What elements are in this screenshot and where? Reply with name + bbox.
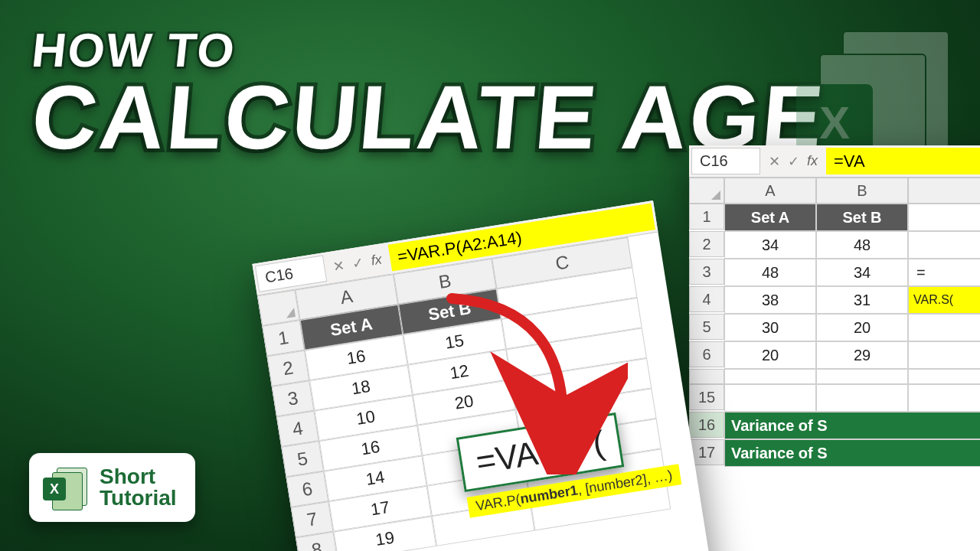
col-header-b[interactable]: B: [816, 178, 908, 204]
formula-input[interactable]: =VA: [826, 148, 980, 174]
name-box[interactable]: C16: [691, 148, 760, 174]
excel-mini-icon: X: [43, 465, 87, 510]
row-header[interactable]: 15: [689, 384, 724, 410]
cell[interactable]: [908, 204, 980, 231]
autocomplete-hint[interactable]: VAR.S(: [908, 286, 980, 314]
accept-icon[interactable]: ✓: [351, 254, 364, 272]
cell[interactable]: [908, 384, 980, 412]
row-header[interactable]: 2: [689, 231, 724, 257]
row-header[interactable]: 5: [689, 314, 724, 340]
cell[interactable]: =: [908, 259, 980, 286]
cell[interactable]: [908, 369, 980, 384]
spreadsheet-right: C16 ✕ ✓ fx =VA A B 1 Set A Set B 2 34 48…: [689, 145, 980, 551]
fx-icon[interactable]: fx: [807, 153, 818, 169]
cell[interactable]: 38: [724, 286, 816, 314]
cell-label[interactable]: Variance of S: [724, 412, 980, 439]
badge-text: Short Tutorial: [100, 466, 177, 509]
cell[interactable]: [908, 314, 980, 341]
fx-icon[interactable]: fx: [370, 251, 383, 269]
row-header[interactable]: 1: [689, 204, 724, 230]
cell[interactable]: 31: [816, 286, 908, 314]
row-header[interactable]: [689, 369, 724, 384]
row-header[interactable]: 3: [689, 259, 724, 285]
select-all-corner[interactable]: [689, 178, 724, 204]
col-header-a[interactable]: A: [724, 178, 816, 204]
formula-controls: ✕ ✓ fx: [763, 145, 824, 177]
row-header[interactable]: 16: [689, 412, 724, 438]
tutorial-badge: X Short Tutorial: [29, 453, 195, 522]
cell[interactable]: [724, 369, 816, 384]
cell[interactable]: 30: [724, 314, 816, 341]
cell[interactable]: [816, 384, 908, 412]
col-header-c[interactable]: [908, 178, 980, 204]
cell[interactable]: 48: [724, 259, 816, 286]
cell[interactable]: 20: [816, 314, 908, 341]
cell[interactable]: Set A: [724, 204, 816, 231]
cancel-icon[interactable]: ✕: [332, 257, 346, 276]
cell-label[interactable]: Variance of S: [724, 439, 980, 467]
accept-icon[interactable]: ✓: [788, 153, 799, 170]
select-all-corner[interactable]: [257, 290, 300, 326]
title-block: HOW TO CALCULATE AGE: [32, 23, 825, 160]
cancel-icon[interactable]: ✕: [769, 153, 780, 170]
cell[interactable]: [816, 369, 908, 384]
cell[interactable]: [908, 341, 980, 369]
grid[interactable]: A B 1 Set A Set B 2 34 48 3 48 34 = 4 38…: [689, 178, 980, 467]
cell[interactable]: 48: [816, 231, 908, 259]
cell[interactable]: [908, 231, 980, 259]
cell[interactable]: Set B: [816, 204, 908, 231]
row-header[interactable]: 6: [689, 341, 724, 367]
formula-bar: C16 ✕ ✓ fx =VA: [689, 145, 980, 178]
cell[interactable]: 20: [724, 341, 816, 369]
row-header[interactable]: 4: [689, 286, 724, 312]
cell[interactable]: 34: [724, 231, 816, 259]
cell[interactable]: 34: [816, 259, 908, 286]
cell[interactable]: [724, 384, 816, 412]
cell[interactable]: 29: [816, 341, 908, 369]
